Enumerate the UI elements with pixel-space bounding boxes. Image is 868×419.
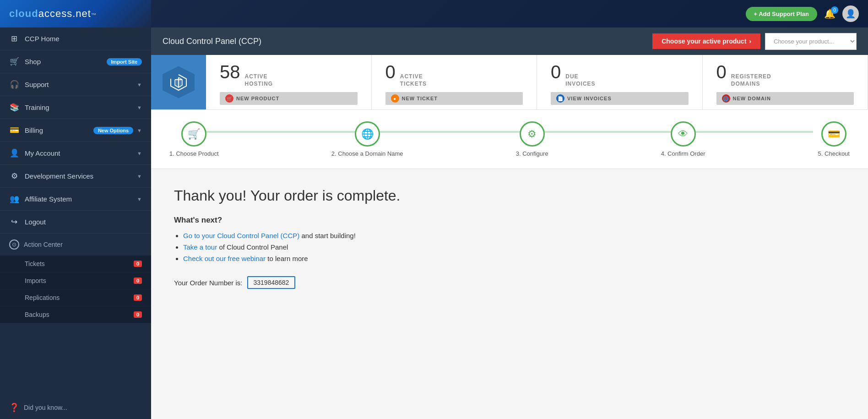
chevron-down-icon: ▼ xyxy=(137,174,142,179)
sidebar-sub-replications[interactable]: Replications 0 xyxy=(0,289,151,306)
order-complete-title: Thank you! Your order is complete. xyxy=(174,187,845,204)
sidebar-item-my-account[interactable]: 👤 My Account ▼ xyxy=(0,142,151,165)
sidebar-label-action-center: Action Center xyxy=(24,241,63,248)
sidebar-label-billing: Billing xyxy=(25,126,43,134)
sidebar-item-action-center[interactable]: ⊙ Action Center xyxy=(0,234,151,256)
choose-product-label: Choose your active product xyxy=(662,38,746,45)
step-progress-line xyxy=(206,131,813,133)
chevron-down-icon: ▼ xyxy=(137,128,142,133)
stat-active-hosting: 58 ACTIVEHOSTING 🛒 NEW PRODUCT xyxy=(206,55,372,109)
stat-number-tickets: 0 xyxy=(385,62,396,82)
stat-number-invoices: 0 xyxy=(551,62,561,82)
replications-count: 0 xyxy=(134,294,142,301)
order-number-label: Your Order Number is: xyxy=(174,279,243,287)
ticket-icon: ● xyxy=(391,94,399,103)
ccp-link-rest: and start building! xyxy=(301,232,355,239)
home-icon: ⊞ xyxy=(9,34,19,44)
notif-badge: 0 xyxy=(831,6,838,14)
logo-area: cloudaccess.net™ xyxy=(0,0,151,27)
sidebar-item-billing[interactable]: 💳 Billing New Options ▼ xyxy=(0,119,151,142)
sidebar-item-shop[interactable]: 🛒 Shop Import Site xyxy=(0,50,151,73)
stat-number-hosting: 58 xyxy=(220,62,240,82)
sub-label-tickets: Tickets xyxy=(25,260,45,267)
cart-icon: 🛒 xyxy=(225,94,233,103)
webinar-link[interactable]: Check out our free webinar xyxy=(183,255,266,262)
tour-link[interactable]: Take a tour xyxy=(183,243,217,251)
step-2-label: 2. Choose a Domain Name xyxy=(331,150,403,157)
new-domain-label: NEW DOMAIN xyxy=(733,96,771,101)
add-support-button[interactable]: + Add Support Plan xyxy=(746,7,818,21)
affiliate-icon: 👥 xyxy=(9,194,19,204)
logo-text: cloudaccess.net™ xyxy=(9,8,97,20)
billing-badge: New Options xyxy=(93,127,133,134)
step-checkout: 💳 5. Checkout xyxy=(818,121,850,157)
did-you-know[interactable]: ❓ Did you know... xyxy=(0,396,151,419)
stats-logo-box xyxy=(151,55,206,109)
view-invoices-button[interactable]: 📄 VIEW INVOICES xyxy=(551,92,689,105)
step-3-label: 3. Configure xyxy=(516,150,548,157)
sidebar-item-logout[interactable]: ↪ Logout xyxy=(0,211,151,234)
avatar[interactable]: 👤 xyxy=(842,5,859,22)
sub-label-imports: Imports xyxy=(25,277,46,284)
logout-icon: ↪ xyxy=(9,217,19,227)
sidebar-item-training[interactable]: 📚 Training ▼ xyxy=(0,96,151,119)
sidebar-item-affiliate-system[interactable]: 👥 Affiliate System ▼ xyxy=(0,188,151,211)
stat-number-domains: 0 xyxy=(716,62,727,82)
stat-due-invoices: 0 DUEINVOICES 📄 VIEW INVOICES xyxy=(537,55,703,109)
shop-badge: Import Site xyxy=(107,58,142,65)
header-bar: Cloud Control Panel (CCP) Choose your ac… xyxy=(151,27,868,55)
page-title: Cloud Control Panel (CCP) xyxy=(163,37,261,46)
content-area: Cloud Control Panel (CCP) Choose your ac… xyxy=(151,27,868,419)
new-domain-button[interactable]: 🌐 NEW DOMAIN xyxy=(716,92,854,105)
new-ticket-button[interactable]: ● NEW TICKET xyxy=(385,92,523,105)
dev-services-icon: ⚙ xyxy=(9,171,19,181)
domain-icon: 🌐 xyxy=(722,94,730,103)
sub-label-backups: Backups xyxy=(25,311,49,318)
step-5-label: 5. Checkout xyxy=(818,150,850,157)
chevron-right-icon: › xyxy=(749,38,751,45)
shop-icon: 🛒 xyxy=(9,57,19,66)
stat-label-invoices: DUEINVOICES xyxy=(565,73,595,87)
new-product-button[interactable]: 🛒 NEW PRODUCT xyxy=(220,92,358,105)
stat-label-hosting: ACTIVEHOSTING xyxy=(245,73,273,87)
backups-count: 0 xyxy=(134,311,142,318)
brand-hex-icon xyxy=(163,66,195,98)
choose-active-product-button[interactable]: Choose your active product › xyxy=(652,33,760,49)
sidebar-item-ccp-home[interactable]: ⊞ CCP Home xyxy=(0,27,151,50)
sidebar-label-support: Support xyxy=(25,81,49,88)
sidebar-sub-imports[interactable]: Imports 0 xyxy=(0,272,151,289)
sidebar-label-shop: Shop xyxy=(25,58,41,65)
chevron-down-icon: ▼ xyxy=(137,151,142,156)
sidebar-item-development-services[interactable]: ⚙ Development Services ▼ xyxy=(0,165,151,188)
tickets-count: 0 xyxy=(134,261,142,267)
list-item: Check out our free webinar to learn more xyxy=(183,255,845,262)
sidebar-sub-backups[interactable]: Backups 0 xyxy=(0,306,151,323)
support-icon: 🎧 xyxy=(9,80,19,89)
stat-registered-domains: 0 REGISTEREDDOMAINS 🌐 NEW DOMAIN xyxy=(703,55,868,109)
whats-next-title: What's next? xyxy=(174,216,845,225)
sidebar-sub-tickets[interactable]: Tickets 0 xyxy=(0,256,151,272)
sidebar: ⊞ CCP Home 🛒 Shop Import Site 🎧 Support … xyxy=(0,27,151,419)
step-1-label: 1. Choose Product xyxy=(169,150,219,157)
product-select[interactable]: Choose your product... xyxy=(765,33,857,50)
account-icon: 👤 xyxy=(9,148,19,158)
did-you-know-label: Did you know... xyxy=(24,404,67,411)
list-item: Take a tour of Cloud Control Panel xyxy=(183,243,845,251)
chevron-down-icon: ▼ xyxy=(137,196,142,202)
imports-count: 0 xyxy=(134,278,142,284)
step-configure: ⚙ 3. Configure xyxy=(516,121,548,157)
new-ticket-label: NEW TICKET xyxy=(402,96,438,101)
step-choose-domain: 🌐 2. Choose a Domain Name xyxy=(331,121,403,157)
step-2-circle: 🌐 xyxy=(355,121,380,147)
step-4-label: 4. Confirm Order xyxy=(661,150,705,157)
sidebar-label-my-account: My Account xyxy=(25,149,60,157)
action-center-icon: ⊙ xyxy=(9,239,19,250)
main-content: Thank you! Your order is complete. What'… xyxy=(151,169,868,419)
ccp-link[interactable]: Go to your Cloud Control Panel (CCP) xyxy=(183,232,299,239)
step-4-circle: 👁 xyxy=(671,121,696,147)
steps-bar: 🛒 1. Choose Product 🌐 2. Choose a Domain… xyxy=(151,110,868,169)
order-number-value: 3319848682 xyxy=(247,276,296,289)
chevron-down-icon: ▼ xyxy=(137,82,142,87)
notifications-button[interactable]: 🔔 0 xyxy=(824,8,835,19)
sidebar-item-support[interactable]: 🎧 Support ▼ xyxy=(0,73,151,96)
